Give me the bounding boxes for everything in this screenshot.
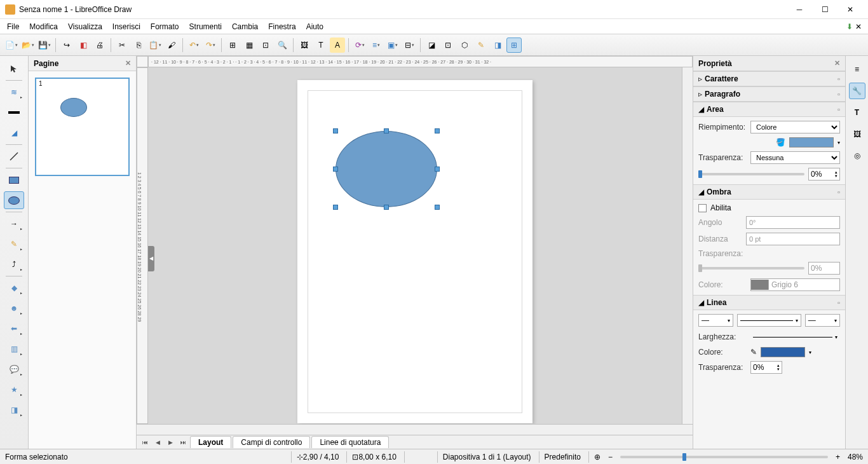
zoom-out-button[interactable]: − (608, 453, 613, 461)
sel-handle-mr[interactable] (435, 167, 440, 172)
star-tool[interactable]: ★▸ (4, 381, 24, 399)
symbol-shapes-tool[interactable]: ☻▸ (4, 299, 24, 317)
sel-handle-br[interactable] (435, 205, 440, 210)
update-icon[interactable]: ⬇ (846, 22, 853, 31)
sidebar-tab-gallery[interactable]: 🖼 (849, 126, 865, 142)
menu-file[interactable]: File (3, 20, 24, 33)
new-button[interactable]: 📄▾ (4, 38, 19, 53)
ombra-color-swatch[interactable] (751, 280, 769, 290)
sel-handle-bc[interactable] (384, 205, 389, 210)
more-options-icon[interactable]: ▫ (837, 106, 840, 113)
align-button[interactable]: ≡▾ (369, 38, 384, 53)
maximize-button[interactable]: ☐ (812, 0, 837, 19)
scrollbar-vertical[interactable] (682, 67, 693, 424)
fill-color-dropdown-icon[interactable]: ▾ (837, 140, 840, 146)
shadow-button[interactable]: ◪ (424, 38, 439, 53)
save-button[interactable]: 💾▾ (37, 38, 52, 53)
redo-button[interactable]: ↷▾ (203, 38, 218, 53)
pdf-button[interactable]: ◧ (76, 38, 91, 53)
snap-button[interactable]: ▦ (241, 38, 257, 53)
sel-handle-tr[interactable] (435, 128, 440, 133)
tab-nav-next[interactable]: ▶ (165, 437, 176, 447)
toggle-panel-button[interactable]: ⊞ (506, 38, 522, 53)
ellipse-tool[interactable] (4, 191, 24, 209)
shape-ellipse[interactable] (336, 131, 437, 207)
crop-button[interactable]: ⊡ (440, 38, 456, 53)
fill-bucket-icon[interactable]: 🪣 (776, 138, 785, 147)
guides-button[interactable]: ⊡ (258, 38, 273, 53)
ombra-trasp-spinbox[interactable]: 0% (808, 262, 840, 275)
sidebar-tab-styles[interactable]: T (849, 104, 865, 121)
open-button[interactable]: 📂▾ (20, 38, 36, 53)
close-doc-icon[interactable]: ✕ (855, 22, 862, 31)
drawing-page[interactable] (297, 80, 532, 423)
print-button[interactable]: 🖨 (92, 38, 107, 53)
zoom-button[interactable]: 🔍 (275, 38, 290, 53)
menu-modifica[interactable]: Modifica (25, 20, 62, 33)
arrow-tool[interactable]: →▸ (4, 215, 24, 233)
scrollbar-horizontal[interactable] (137, 425, 693, 435)
format-paint-button[interactable]: 🖌 (164, 38, 179, 53)
block-arrows-tool[interactable]: ⬅▸ (4, 320, 24, 338)
minimize-button[interactable]: ─ (787, 0, 812, 19)
image-button[interactable]: 🖼 (297, 38, 312, 53)
line-arrow-start[interactable]: —▾ (698, 314, 733, 327)
tab-nav-first[interactable]: ⏮ (139, 437, 151, 447)
grid-button[interactable]: ⊞ (225, 38, 240, 53)
sidebar-tab-settings[interactable]: ≡ (849, 61, 865, 78)
sel-handle-tc[interactable] (384, 128, 389, 133)
menu-visualizza[interactable]: Visualizza (64, 20, 107, 33)
more-options-icon[interactable]: ▫ (837, 90, 840, 98)
line-style-select[interactable]: ▾ (737, 314, 801, 327)
select-tool[interactable] (4, 60, 24, 78)
linea-color-swatch[interactable] (761, 347, 805, 357)
menu-aiuto[interactable]: Aiuto (302, 20, 328, 33)
tab-nav-prev[interactable]: ◀ (152, 437, 163, 447)
angolo-input[interactable] (746, 216, 840, 229)
rect-tool[interactable] (4, 171, 24, 189)
rotate-button[interactable]: ⟳▾ (352, 38, 367, 53)
flowchart-tool[interactable]: ▥▸ (4, 340, 24, 358)
menu-strumenti[interactable]: Strumenti (185, 20, 226, 33)
line-tool[interactable] (4, 147, 24, 165)
callout-tool[interactable]: 💬▸ (4, 360, 24, 378)
status-insert-mode[interactable] (404, 451, 430, 463)
extrusion-button[interactable]: ◨ (490, 38, 505, 53)
linea-color-dropdown-icon[interactable]: ▾ (809, 350, 811, 355)
undo-button[interactable]: ↶▾ (186, 38, 201, 53)
canvas-viewport[interactable]: ◀ (148, 67, 682, 424)
ruler-horizontal[interactable]: · 12 · 11 · 10 · 9 · 8 · 7 · 6 · 5 · 4 ·… (148, 56, 693, 67)
trasp-spinbox[interactable]: 0%▴▾ (808, 168, 840, 181)
fontwork-button[interactable]: A (330, 38, 345, 53)
status-preset[interactable]: Predefinito (539, 451, 581, 463)
tab-campi[interactable]: Campi di controllo (233, 436, 310, 448)
abilita-checkbox[interactable] (698, 204, 707, 212)
sidebar-tab-navigator[interactable]: ◎ (849, 147, 865, 164)
ruler-vertical[interactable]: 1 2 3 4 5 6 7 8 9 10 11 12 13 14 15 16 1… (137, 67, 148, 424)
sel-handle-tl[interactable] (333, 128, 338, 133)
glue-button[interactable]: ✎ (473, 38, 489, 53)
pages-panel-close-icon[interactable]: ✕ (125, 59, 131, 67)
tab-layout[interactable]: Layout (190, 436, 231, 448)
menu-finestra[interactable]: Finestra (264, 20, 300, 33)
cut-button[interactable]: ✂ (114, 38, 130, 53)
fill-color-tool[interactable] (4, 104, 24, 121)
curve-tool[interactable]: ✎▸ (4, 235, 24, 253)
zoom-in-button[interactable]: + (836, 453, 840, 461)
menu-inserisci[interactable]: Inserisci (108, 20, 145, 33)
more-options-icon[interactable]: ▫ (837, 188, 840, 196)
copy-button[interactable]: ⎘ (131, 38, 146, 53)
line-color-tool[interactable]: ≋▸ (4, 83, 24, 101)
ombra-trasp-slider[interactable] (698, 267, 804, 270)
tab-linee[interactable]: Linee di quotatura (311, 436, 389, 448)
more-options-icon[interactable]: ▫ (837, 75, 840, 83)
properties-close-icon[interactable]: ✕ (834, 59, 840, 67)
status-fit-icon[interactable]: ⊕ (588, 451, 600, 463)
more-options-icon[interactable]: ▫ (837, 299, 840, 306)
menu-formato[interactable]: Formato (146, 20, 184, 33)
fill-color-swatch[interactable] (789, 137, 834, 147)
tab-nav-last[interactable]: ⏭ (177, 437, 189, 447)
page-thumbnail-1[interactable]: 1 (35, 78, 130, 176)
section-paragrafo[interactable]: ▹Paragrafo ▫ (693, 86, 845, 102)
panel-collapse-handle[interactable]: ◀ (148, 246, 154, 271)
